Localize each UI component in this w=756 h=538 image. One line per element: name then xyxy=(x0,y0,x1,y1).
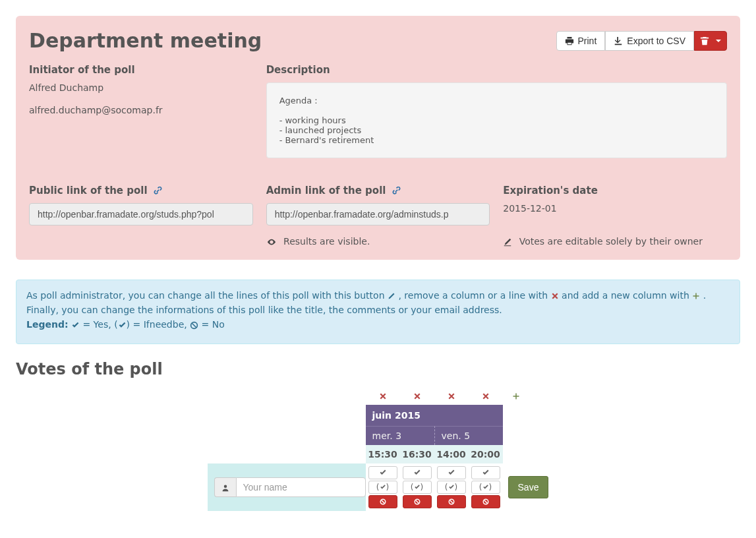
link-icon xyxy=(392,185,401,196)
vote-ifneedbe-button[interactable]: () xyxy=(437,481,466,494)
remove-column-button[interactable] xyxy=(469,386,503,405)
print-button[interactable]: Print xyxy=(556,31,606,51)
export-csv-button[interactable]: Export to CSV xyxy=(605,31,694,51)
link-icon xyxy=(154,185,162,196)
delete-dropdown-button[interactable] xyxy=(694,31,727,51)
poll-header-panel: Department meeting Print Export to CSV I… xyxy=(16,16,740,260)
vote-yes-button[interactable] xyxy=(403,466,432,479)
time-header: 20:00 xyxy=(469,445,503,463)
user-icon xyxy=(214,477,236,497)
vote-no-button[interactable] xyxy=(437,495,466,508)
description-label: Description xyxy=(266,64,727,76)
remove-column-button[interactable] xyxy=(434,386,469,405)
print-icon xyxy=(565,36,574,45)
initiator-name: Alfred Duchamp xyxy=(29,82,253,93)
vote-no-button[interactable] xyxy=(471,495,500,508)
voter-name-input[interactable] xyxy=(236,477,366,497)
votes-table: juin 2015 mer. 3 ven. 5 15:30 16:30 14:0… xyxy=(208,386,549,511)
plus-icon xyxy=(692,290,703,301)
vote-yes-button[interactable] xyxy=(437,466,466,479)
vote-ifneedbe-button[interactable]: () xyxy=(471,481,500,494)
admin-link-input[interactable] xyxy=(266,203,490,225)
vote-yes-button[interactable] xyxy=(368,466,397,479)
vote-no-button[interactable] xyxy=(368,495,397,508)
admin-alert-line2: Finally, you can change the informations… xyxy=(26,305,730,315)
pencil-icon xyxy=(388,292,395,300)
public-link-label: Public link of the poll xyxy=(29,185,253,196)
vote-ifneedbe-button[interactable]: () xyxy=(368,481,397,494)
poll-title: Department meeting xyxy=(29,29,262,52)
edit-rights-note: Votes are editable solely by their owner xyxy=(503,236,727,247)
remove-column-button[interactable] xyxy=(400,386,434,405)
admin-alert-line1: As poll administrator, you can change al… xyxy=(26,290,730,301)
trash-icon xyxy=(700,36,709,45)
admin-link-label: Admin link of the poll xyxy=(266,185,490,196)
check-icon xyxy=(71,321,80,330)
vote-no-button[interactable] xyxy=(403,495,432,508)
month-header: juin 2015 xyxy=(366,405,503,426)
initiator-label: Initiator of the poll xyxy=(29,64,253,76)
remove-icon xyxy=(551,290,562,301)
expiration-date: 2015-12-01 xyxy=(503,203,727,214)
add-column-button[interactable] xyxy=(503,386,529,405)
vote-yes-button[interactable] xyxy=(471,466,500,479)
header-actions: Print Export to CSV xyxy=(556,31,728,51)
expiration-label: Expiration's date xyxy=(503,185,727,196)
time-header: 14:00 xyxy=(434,445,469,463)
description-text: Agenda : - working hours - launched proj… xyxy=(266,82,727,158)
admin-info-alert: As poll administrator, you can change al… xyxy=(16,280,740,344)
check-icon xyxy=(118,321,127,330)
ban-icon xyxy=(190,321,198,330)
edit-icon xyxy=(503,236,515,247)
votes-heading: Votes of the poll xyxy=(16,360,740,378)
caret-down-icon xyxy=(716,40,721,42)
remove-column-button[interactable] xyxy=(366,386,400,405)
day-header: mer. 3 xyxy=(366,426,434,445)
vote-ifneedbe-button[interactable]: () xyxy=(403,481,432,494)
results-visible-note: Results are visible. xyxy=(266,236,490,247)
download-icon xyxy=(614,36,623,45)
time-header: 15:30 xyxy=(366,445,400,463)
save-button[interactable]: Save xyxy=(508,476,549,498)
legend-line: Legend: = Yes, () = Ifneedbe, = No xyxy=(26,319,730,330)
public-link-input[interactable] xyxy=(29,203,253,225)
initiator-email: alfred.duchamp@socomap.fr xyxy=(29,105,253,115)
day-header: ven. 5 xyxy=(434,426,503,445)
eye-icon xyxy=(266,236,279,247)
time-header: 16:30 xyxy=(400,445,434,463)
